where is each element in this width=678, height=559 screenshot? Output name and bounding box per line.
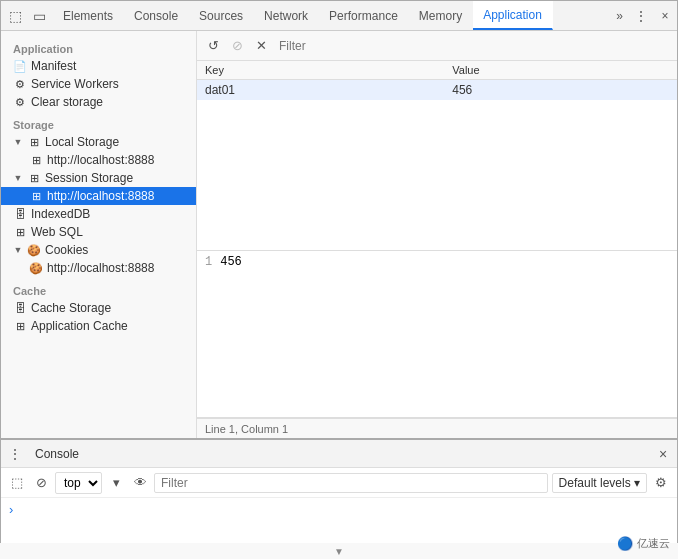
refresh-btn[interactable]: ↺ [203, 36, 223, 56]
back-btn[interactable]: ⊘ [227, 36, 247, 56]
local-storage-arrow: ▼ [13, 137, 23, 147]
sidebar-item-cache-storage[interactable]: 🗄 Cache Storage [1, 299, 196, 317]
inspect-icon[interactable]: ⬚ [5, 6, 25, 26]
cookies-arrow: ▼ [13, 245, 23, 255]
sidebar-item-service-workers[interactable]: ⚙ Service Workers [1, 75, 196, 93]
manifest-label: Manifest [31, 59, 76, 73]
console-prompt: › [9, 502, 13, 517]
tab-performance[interactable]: Performance [319, 1, 409, 30]
session-storage-child-icon: ⊞ [29, 189, 43, 203]
sidebar-item-application-cache[interactable]: ⊞ Application Cache [1, 317, 196, 335]
sidebar-item-session-storage-child[interactable]: ⊞ http://localhost:8888 [1, 187, 196, 205]
local-storage-label: Local Storage [45, 135, 119, 149]
console-block-icon[interactable]: ⊘ [31, 473, 51, 493]
sidebar-item-local-storage[interactable]: ▼ ⊞ Local Storage [1, 133, 196, 151]
application-cache-icon: ⊞ [13, 319, 27, 333]
console-title: Console [29, 447, 85, 461]
console-levels-btn[interactable]: Default levels ▾ [552, 473, 647, 493]
manifest-icon: 📄 [13, 59, 27, 73]
right-panel: ↺ ⊘ ✕ Key Value [197, 31, 677, 438]
web-sql-icon: ⊞ [13, 225, 27, 239]
sidebar-item-session-storage[interactable]: ▼ ⊞ Session Storage [1, 169, 196, 187]
cookies-child-label: http://localhost:8888 [47, 261, 154, 275]
sidebar-scroll: Application 📄 Manifest ⚙ Service Workers… [1, 31, 196, 438]
tab-more-icon[interactable]: ⋮ [631, 6, 651, 26]
cache-storage-icon: 🗄 [13, 301, 27, 315]
console-close-btn[interactable]: × [653, 444, 673, 464]
watermark-text: 亿速云 [637, 536, 670, 551]
console-gear-icon[interactable]: ⚙ [651, 473, 671, 493]
tab-bar-icons: ⬚ ▭ [1, 6, 53, 26]
storage-table: Key Value dat01 456 [197, 61, 677, 100]
status-bar: Line 1, Column 1 [197, 418, 677, 438]
tab-overflow-btn[interactable]: » [610, 9, 629, 23]
line-number: 1 [205, 255, 212, 269]
console-levels-label: Default levels [559, 476, 631, 490]
application-cache-label: Application Cache [31, 319, 128, 333]
value-preview-content: 1456 [197, 251, 677, 417]
section-cache: Cache [1, 277, 196, 299]
devtools-close-btn[interactable]: × [653, 4, 677, 28]
cookies-label: Cookies [45, 243, 88, 257]
sidebar-item-manifest[interactable]: 📄 Manifest [1, 57, 196, 75]
tab-memory[interactable]: Memory [409, 1, 473, 30]
tab-sources[interactable]: Sources [189, 1, 254, 30]
session-storage-child-label: http://localhost:8888 [47, 189, 154, 203]
console-dropdown-icon[interactable]: ▾ [106, 473, 126, 493]
table-row[interactable]: dat01 456 [197, 80, 677, 101]
section-storage: Storage [1, 111, 196, 133]
console-inspect-icon[interactable]: ⬚ [7, 473, 27, 493]
device-icon[interactable]: ▭ [29, 6, 49, 26]
sidebar-item-cookies[interactable]: ▼ 🍪 Cookies [1, 241, 196, 259]
web-sql-label: Web SQL [31, 225, 83, 239]
tab-more: » ⋮ × [610, 4, 677, 28]
main-content: Application 📄 Manifest ⚙ Service Workers… [1, 31, 677, 438]
col-header-key: Key [197, 61, 444, 80]
sidebar-item-clear-storage[interactable]: ⚙ Clear storage [1, 93, 196, 111]
status-text: Line 1, Column 1 [205, 423, 288, 435]
indexeddb-icon: 🗄 [13, 207, 27, 221]
storage-panel: ↺ ⊘ ✕ Key Value [197, 31, 677, 438]
console-eye-icon[interactable]: 👁 [130, 473, 150, 493]
console-context-select[interactable]: top [55, 472, 102, 494]
session-storage-icon: ⊞ [27, 171, 41, 185]
console-toolbar: ⬚ ⊘ top ▾ 👁 Default levels ▾ ⚙ [1, 468, 677, 498]
tab-console[interactable]: Console [124, 1, 189, 30]
sidebar: Application 📄 Manifest ⚙ Service Workers… [1, 31, 197, 438]
console-header: ⋮ Console × [1, 440, 677, 468]
sidebar-item-web-sql[interactable]: ⊞ Web SQL [1, 223, 196, 241]
console-levels-arrow: ▾ [634, 476, 640, 490]
devtools-window: ⬚ ▭ Elements Console Sources Network Per… [0, 0, 678, 559]
session-storage-label: Session Storage [45, 171, 133, 185]
value-content: 456 [220, 255, 242, 269]
indexeddb-label: IndexedDB [31, 207, 90, 221]
console-panel: ⋮ Console × ⬚ ⊘ top ▾ 👁 Default levels ▾… [1, 438, 677, 558]
cookies-child-icon: 🍪 [29, 261, 43, 275]
watermark: 🔵 亿速云 [617, 536, 670, 551]
local-storage-child-icon: ⊞ [29, 153, 43, 167]
watermark-logo: 🔵 [617, 536, 633, 551]
tab-elements[interactable]: Elements [53, 1, 124, 30]
row-value: 456 [444, 80, 677, 101]
cache-storage-label: Cache Storage [31, 301, 111, 315]
clear-storage-label: Clear storage [31, 95, 103, 109]
storage-toolbar: ↺ ⊘ ✕ [197, 31, 677, 61]
sidebar-item-local-storage-child[interactable]: ⊞ http://localhost:8888 [1, 151, 196, 169]
storage-table-area: Key Value dat01 456 [197, 61, 677, 251]
clear-btn[interactable]: ✕ [251, 36, 271, 56]
cookies-icon: 🍪 [27, 243, 41, 257]
tab-application[interactable]: Application [473, 1, 553, 30]
sidebar-item-cookies-child[interactable]: 🍪 http://localhost:8888 [1, 259, 196, 277]
table-header-row: Key Value [197, 61, 677, 80]
value-preview: 1456 [197, 251, 677, 418]
col-header-value: Value [444, 61, 677, 80]
tab-network[interactable]: Network [254, 1, 319, 30]
console-dots-icon[interactable]: ⋮ [5, 444, 25, 464]
clear-storage-icon: ⚙ [13, 95, 27, 109]
service-workers-icon: ⚙ [13, 77, 27, 91]
section-application: Application [1, 35, 196, 57]
storage-filter-input[interactable] [275, 37, 671, 55]
console-filter-input[interactable] [154, 473, 548, 493]
sidebar-item-indexeddb[interactable]: 🗄 IndexedDB [1, 205, 196, 223]
row-key: dat01 [197, 80, 444, 101]
